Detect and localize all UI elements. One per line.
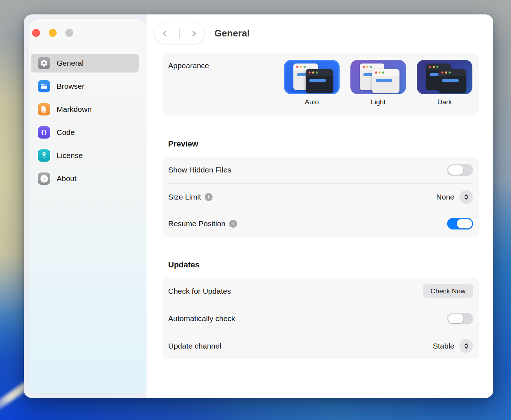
gear-icon [38, 57, 50, 69]
stepper-icon [459, 339, 473, 353]
sidebar-item-label: About [57, 174, 77, 183]
braces-icon: {} [38, 126, 50, 139]
key-icon [38, 149, 50, 162]
sidebar-item-markdown[interactable]: Markdown [31, 100, 139, 119]
history-nav [154, 23, 204, 44]
appearance-option-auto[interactable]: Auto [284, 60, 340, 106]
sidebar-item-label: License [57, 151, 83, 160]
zoom-button[interactable] [65, 29, 73, 37]
sidebar-item-general[interactable]: General [31, 54, 139, 73]
page-title: General [214, 28, 250, 39]
sidebar-item-label: Markdown [57, 105, 92, 114]
folder-icon [38, 80, 50, 92]
sidebar-item-about[interactable]: i About [31, 169, 139, 188]
appearance-option-light[interactable]: Light [350, 60, 406, 106]
row-label: Automatically check [168, 314, 235, 323]
forward-button[interactable] [187, 27, 200, 40]
close-button[interactable] [32, 29, 40, 37]
update-channel-value: Stable [433, 342, 454, 350]
check-now-button[interactable]: Check Now [423, 284, 473, 298]
info-icon[interactable]: i [205, 193, 213, 201]
show-hidden-files-toggle[interactable] [447, 164, 473, 176]
setting-row-show-hidden-files: Show Hidden Files [162, 157, 479, 183]
setting-row-resume-position: Resume Position i [162, 210, 479, 237]
content-header: General [154, 23, 250, 44]
sidebar: General Browser Markdown {} Code [29, 19, 147, 393]
document-icon [38, 103, 50, 115]
appearance-options: Auto Light [284, 60, 472, 106]
updates-card: Check for Updates Check Now Automaticall… [162, 278, 479, 359]
appearance-card: Appearance Auto [162, 53, 479, 115]
setting-row-automatically-check: Automatically check [162, 305, 479, 332]
mini-window-dark [438, 69, 466, 93]
sidebar-item-license[interactable]: License [31, 146, 139, 165]
sidebar-item-label: General [57, 59, 84, 67]
dark-theme-thumbnail[interactable] [417, 60, 472, 94]
row-label: Show Hidden Files [168, 166, 231, 174]
light-label: Light [371, 98, 385, 106]
back-button[interactable] [158, 27, 171, 40]
mini-window-dark [306, 69, 333, 93]
sidebar-item-code[interactable]: {} Code [31, 123, 139, 142]
sidebar-item-label: Browser [57, 82, 84, 91]
traffic-lights [32, 29, 73, 37]
row-label: Update channel [168, 342, 221, 350]
minimize-button[interactable] [49, 29, 57, 37]
content-pane: General Appearance [147, 14, 493, 398]
setting-row-update-channel: Update channel Stable [162, 332, 479, 359]
info-icon: i [38, 172, 50, 185]
size-limit-select[interactable]: None [436, 190, 473, 204]
row-label: Check for Updates [168, 287, 231, 296]
row-label: Size Limit [168, 193, 201, 201]
nav-divider [179, 29, 180, 38]
resume-position-toggle[interactable] [447, 218, 473, 229]
appearance-label: Appearance [168, 61, 209, 70]
light-theme-thumbnail[interactable] [350, 60, 406, 94]
mini-window-light [372, 69, 399, 93]
settings-window: General Browser Markdown {} Code [24, 14, 493, 398]
updates-heading: Updates [168, 260, 200, 270]
sidebar-item-label: Code [57, 128, 75, 137]
auto-theme-thumbnail[interactable] [284, 60, 340, 94]
setting-row-check-for-updates: Check for Updates Check Now [162, 278, 479, 305]
update-channel-select[interactable]: Stable [433, 339, 473, 353]
row-label: Resume Position [168, 219, 226, 228]
preview-heading: Preview [168, 139, 198, 149]
stepper-icon [459, 190, 473, 204]
dark-label: Dark [437, 98, 452, 106]
sidebar-item-browser[interactable]: Browser [31, 77, 139, 96]
setting-row-size-limit: Size Limit i None [162, 184, 479, 210]
appearance-option-dark[interactable]: Dark [417, 60, 472, 106]
sidebar-nav: General Browser Markdown {} Code [31, 54, 139, 188]
auto-label: Auto [305, 98, 319, 106]
automatically-check-toggle[interactable] [447, 313, 473, 324]
size-limit-value: None [436, 193, 454, 201]
info-icon[interactable]: i [229, 220, 237, 228]
preview-card: Show Hidden Files Size Limit i None [162, 157, 479, 237]
